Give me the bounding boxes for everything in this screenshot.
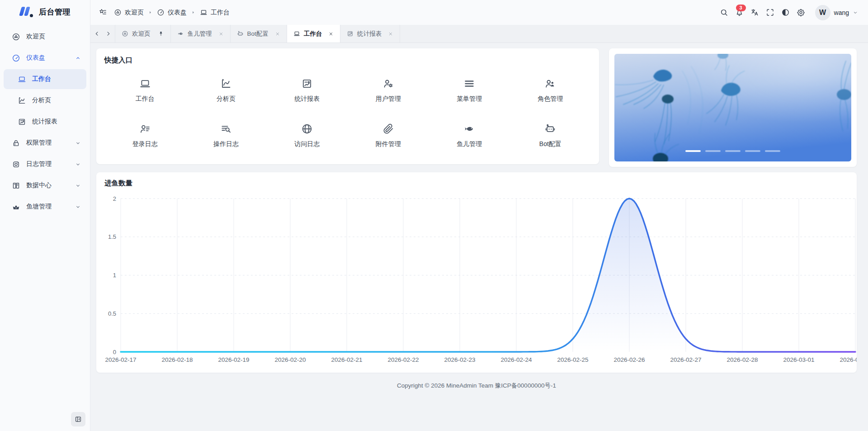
- notifications-button[interactable]: 3: [733, 6, 746, 19]
- quick-entry-item-8[interactable]: 操作日志: [185, 113, 266, 158]
- carousel-dot-3[interactable]: [725, 150, 741, 152]
- settings-button[interactable]: [794, 6, 808, 19]
- dashboard-icon: [12, 54, 20, 62]
- tab-workbench[interactable]: 工作台: [287, 25, 341, 43]
- tab-label: 统计报表: [357, 30, 382, 38]
- caret-icon: [191, 10, 196, 15]
- search-button[interactable]: [717, 6, 731, 19]
- logs-icon: [12, 160, 20, 169]
- tabbar: 欢迎页鱼儿管理Bot配置工作台统计报表: [90, 25, 868, 43]
- sidebar-item-dashboard[interactable]: 仪表盘: [4, 48, 86, 68]
- topbar: 欢迎页仪表盘工作台 3 W wang: [90, 0, 868, 25]
- laptop-icon: [200, 9, 208, 16]
- quick-entry-item-11[interactable]: 鱼儿管理: [429, 113, 509, 158]
- sidebar-item-welcome[interactable]: 欢迎页: [4, 27, 86, 47]
- carousel-dot-1[interactable]: [685, 150, 701, 152]
- chevron-down-icon: [75, 161, 81, 167]
- quick-entry-item-12[interactable]: Bot配置: [510, 113, 591, 158]
- sidebar-collapse-button[interactable]: [71, 412, 85, 426]
- carousel: [614, 54, 851, 161]
- jellyfish-image: [614, 54, 851, 161]
- page-content: 快捷入口 工作台分析页统计报表用户管理菜单管理角色管理登录日志操作日志访问日志附…: [90, 43, 868, 431]
- sidebar-item-permission[interactable]: 权限管理: [4, 133, 86, 153]
- svg-text:2: 2: [113, 195, 116, 202]
- favorites-menu-button[interactable]: [96, 6, 109, 19]
- tab-welcome[interactable]: 欢迎页: [115, 25, 171, 43]
- tab-fish-manage[interactable]: 鱼儿管理: [171, 25, 231, 43]
- robot-icon: [544, 123, 556, 135]
- user-menu[interactable]: W wang: [815, 5, 858, 20]
- quick-entry-label: 角色管理: [538, 95, 563, 103]
- chevron-down-icon: [75, 204, 81, 210]
- tab-close-icon[interactable]: [328, 31, 334, 37]
- tab-bot-config[interactable]: Bot配置: [231, 25, 287, 43]
- chevron-down-icon: [75, 140, 81, 146]
- gear-icon: [797, 8, 805, 17]
- svg-text:2026-03-01: 2026-03-01: [783, 356, 814, 363]
- tab-report[interactable]: 统计报表: [340, 25, 400, 43]
- theme-button[interactable]: [779, 6, 793, 19]
- tabs-scroll-left-button[interactable]: [91, 25, 103, 43]
- language-button[interactable]: [748, 6, 762, 19]
- quick-entry-item-4[interactable]: 用户管理: [348, 68, 429, 113]
- sidebar-item-label: 鱼塘管理: [26, 203, 69, 211]
- quick-entry-card: 快捷入口 工作台分析页统计报表用户管理菜单管理角色管理登录日志操作日志访问日志附…: [96, 48, 599, 164]
- quick-entry-item-10[interactable]: 附件管理: [348, 113, 429, 158]
- sidebar-item-analysis[interactable]: 分析页: [4, 90, 86, 110]
- tab-close-icon[interactable]: [388, 31, 393, 37]
- chart-title: 进鱼数量: [104, 179, 857, 188]
- tabs-scroll-right-button[interactable]: [103, 25, 114, 43]
- quick-entry-item-1[interactable]: 工作台: [104, 68, 185, 113]
- breadcrumb-item-2[interactable]: 仪表盘: [157, 9, 187, 17]
- tab-scroll-nav: [90, 25, 115, 43]
- user-settings-icon: [382, 78, 394, 90]
- quick-entry-item-7[interactable]: 登录日志: [104, 113, 185, 158]
- fish-count-chart-card: 进鱼数量 00.511.522026-02-172026-02-182026-0…: [96, 172, 857, 373]
- tab-close-icon[interactable]: [218, 31, 224, 37]
- carousel-dot-2[interactable]: [705, 150, 721, 152]
- theme-icon: [781, 8, 790, 17]
- carousel-dot-5[interactable]: [765, 150, 780, 152]
- svg-text:2026-02-22: 2026-02-22: [387, 356, 419, 363]
- tab-label: 工作台: [304, 30, 322, 38]
- tab-close-icon[interactable]: [275, 31, 280, 37]
- sidebar-item-data-center[interactable]: 数据中心: [4, 175, 86, 195]
- welcome-icon: [122, 30, 128, 37]
- logo-icon: [20, 6, 33, 17]
- quick-entry-item-5[interactable]: 菜单管理: [429, 68, 509, 113]
- quick-entry-item-9[interactable]: 访问日志: [267, 113, 348, 158]
- carousel-dot-4[interactable]: [745, 150, 760, 152]
- operation-log-icon: [220, 123, 232, 135]
- report-icon: [18, 118, 26, 126]
- sidebar-item-label: 欢迎页: [26, 33, 81, 41]
- svg-text:2026-02-24: 2026-02-24: [500, 356, 532, 363]
- breadcrumb-label: 仪表盘: [168, 9, 187, 17]
- quick-entry-item-3[interactable]: 统计报表: [267, 68, 348, 113]
- breadcrumb-item-3[interactable]: 工作台: [200, 9, 230, 17]
- sidebar-item-logs[interactable]: 日志管理: [4, 154, 86, 174]
- sidebar-item-fishpond[interactable]: 鱼塘管理: [4, 197, 86, 217]
- quick-entry-label: 鱼儿管理: [457, 140, 482, 148]
- chevron-down-icon: [853, 10, 858, 15]
- search-icon: [720, 8, 728, 17]
- quick-entry-label: 工作台: [136, 95, 155, 103]
- topbar-actions: 3: [717, 6, 808, 19]
- caret-icon: [148, 10, 153, 15]
- sidebar-item-label: 仪表盘: [26, 54, 69, 62]
- sidebar-item-label: 统计报表: [32, 118, 81, 126]
- tabs: 欢迎页鱼儿管理Bot配置工作台统计报表: [115, 25, 400, 43]
- fullscreen-button[interactable]: [764, 6, 777, 19]
- sidebar-item-workbench[interactable]: 工作台: [4, 69, 86, 89]
- svg-text:2026-02-20: 2026-02-20: [274, 356, 306, 363]
- lock-icon: [12, 139, 20, 147]
- tab-label: 鱼儿管理: [188, 30, 212, 38]
- quick-entry-item-6[interactable]: 角色管理: [510, 68, 591, 113]
- sidebar-item-report[interactable]: 统计报表: [4, 112, 86, 132]
- fish-icon: [177, 30, 184, 37]
- quick-entry-item-2[interactable]: 分析页: [185, 68, 266, 113]
- breadcrumb-item-1[interactable]: 欢迎页: [114, 9, 144, 17]
- app-logo[interactable]: 后台管理: [0, 0, 90, 24]
- svg-text:2026-02-26: 2026-02-26: [613, 356, 645, 363]
- sidebar-item-label: 数据中心: [26, 181, 69, 189]
- svg-text:2026-02-23: 2026-02-23: [444, 356, 475, 363]
